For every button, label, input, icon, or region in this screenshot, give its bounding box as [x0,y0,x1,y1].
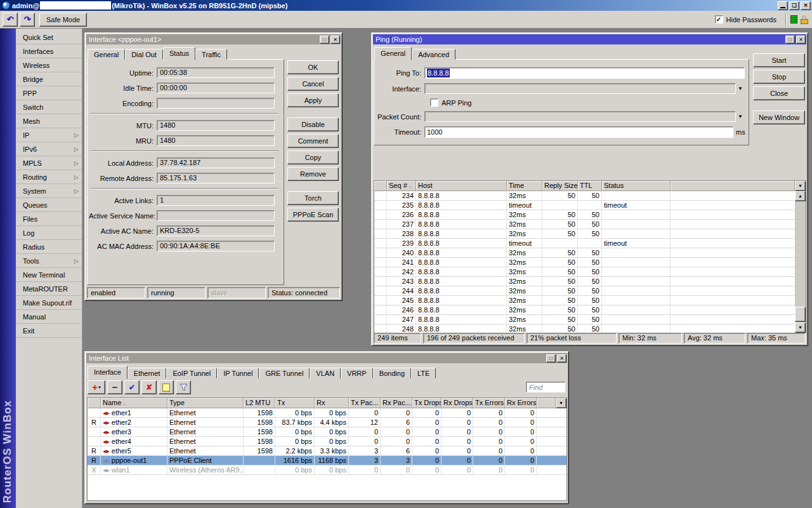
ping-row-239[interactable]: 2398.8.8.8timeouttimeout [374,239,795,248]
column-header-tx[interactable]: Tx [275,398,315,408]
sidebar-item-metarouter[interactable]: MetaROUTER [16,282,82,296]
ping-row-235[interactable]: 2358.8.8.8timeouttimeout [374,201,795,210]
interface-row-ether4[interactable]: ◀▶ether4Ethernet15980 bps0 bps000000 [88,437,566,446]
tab-eoip-tunnel[interactable]: EoIP Tunnel [166,368,217,378]
undo-button[interactable]: ↶ [3,13,18,27]
app-titlebar[interactable]: admin@ (MikroTik) - WinBox v5.25 on RB95… [0,0,812,11]
tab-advanced[interactable]: Advanced [412,49,455,60]
column-header-time[interactable]: Time [507,181,542,191]
interface-row-ether1[interactable]: ◀▶ether1Ethernet15980 bps0 bps000000 [88,408,566,418]
ping-row-238[interactable]: 2388.8.8.832ms5050 [374,229,795,239]
button-ok[interactable]: OK [287,60,339,74]
interface-row-ether2[interactable]: R◀▶ether2Ethernet159883.7 kbps4.4 kbps12… [88,418,566,427]
button-new-window[interactable]: New Window [753,110,805,124]
tab-general[interactable]: General [88,49,125,60]
tab-ethernet[interactable]: Ethernet [128,368,167,378]
close-button[interactable]: ✕ [557,354,566,363]
ping-row-240[interactable]: 2408.8.8.832ms5050 [374,248,795,258]
scroll-down-button[interactable]: ▼ [795,323,806,333]
sidebar-item-bridge[interactable]: Bridge [16,72,82,86]
column-header-seq[interactable]: Seq #▵ [387,181,416,191]
tab-interface[interactable]: Interface [88,366,128,379]
ping-row-234[interactable]: 2348.8.8.832ms5050 [374,191,795,201]
sidebar-item-wireless[interactable]: Wireless [16,58,82,72]
button-pppoe-scan[interactable]: PPPoE Scan [287,208,339,222]
close-button[interactable]: ✕ [331,36,340,44]
ping-row-247[interactable]: 2478.8.8.832ms5050 [374,315,795,324]
button-comment[interactable]: Comment [287,134,339,148]
button-close[interactable]: Close [753,86,805,100]
comment-button[interactable] [159,380,174,394]
sidebar-item-new-terminal[interactable]: New Terminal [16,268,82,282]
button-disable[interactable]: Disable [287,117,339,131]
ping-row-245[interactable]: 2458.8.8.832ms5050 [374,296,795,305]
tab-general[interactable]: General [374,47,412,60]
tab-dial-out[interactable]: Dial Out [125,49,163,60]
sidebar-item-files[interactable]: Files [16,212,82,226]
column-header-rx-pac[interactable]: Rx Pac... [381,398,412,408]
interface-row-pppoe-out1[interactable]: R◁▷pppoe-out1PPPoE Client1616 bps1168 bp… [88,456,566,465]
column-select-button[interactable]: ▼ [795,181,806,191]
close-button[interactable]: ✕ [796,36,806,44]
maximize-button[interactable]: □ [785,36,795,44]
sidebar-item-interfaces[interactable]: Interfaces [16,44,82,58]
chevron-down-icon[interactable]: ▼ [736,114,745,119]
sidebar-item-mesh[interactable]: Mesh [16,114,82,128]
enable-button[interactable]: ✔ [124,380,140,394]
sidebar-item-radius[interactable]: Radius [16,240,82,254]
tab-ip-tunnel[interactable]: IP Tunnel [217,368,259,378]
disable-button[interactable]: ✘ [141,380,157,394]
tab-vrrp[interactable]: VRRP [341,368,373,378]
column-header-tx-drops[interactable]: Tx Drops [412,398,442,408]
packet-count-select[interactable] [424,111,736,122]
ping-row-242[interactable]: 2428.8.8.832ms5050 [374,267,795,277]
sidebar-item-quick-set[interactable]: Quick Set [16,30,82,44]
maximize-button[interactable]: □ [320,36,329,44]
button-remove[interactable]: Remove [287,167,339,181]
sidebar-item-queues[interactable]: Queues [16,198,82,212]
ping-row-236[interactable]: 2368.8.8.832ms5050 [374,210,795,220]
chevron-down-icon[interactable]: ▼ [736,86,745,91]
filter-button[interactable] [176,380,191,394]
column-header-type[interactable]: Type [167,398,244,408]
interface-row-ether3[interactable]: ◀▶ether3Ethernet15980 bps0 bps000000 [88,427,566,437]
sidebar-item-system[interactable]: System▷ [16,184,82,198]
sidebar-item-switch[interactable]: Switch [16,100,82,114]
sidebar-item-make-supout-rif[interactable]: Make Supout.rif [16,296,82,310]
restore-button[interactable]: ❑ [789,1,799,10]
sidebar-item-ppp[interactable]: PPP [16,86,82,100]
ping-row-244[interactable]: 2448.8.8.832ms5050 [374,286,795,296]
maximize-button[interactable]: □ [546,354,556,363]
column-header-name[interactable]: Name▵ [101,398,167,408]
ping-to-input[interactable]: 8.8.8.8 [424,67,745,79]
add-button[interactable]: +▾ [88,380,105,394]
column-header-ttl[interactable]: TTL [578,181,602,191]
sidebar-item-ip[interactable]: IP▷ [16,128,82,142]
sidebar-item-exit[interactable]: Exit [16,324,82,338]
column-header-status[interactable]: Status [602,181,671,191]
tab-lte[interactable]: LTE [411,368,436,378]
column-select-button[interactable]: ▼ [556,398,566,408]
vertical-scrollbar[interactable]: ▲ ▼ [795,191,806,333]
scrollbar-thumb[interactable] [795,307,806,322]
safe-mode-button[interactable]: Safe Mode [39,13,87,27]
column-header-rx[interactable]: Rx [315,398,349,408]
button-apply[interactable]: Apply [287,93,339,107]
tab-bonding[interactable]: Bonding [373,368,411,378]
sidebar-item-routing[interactable]: Routing▷ [16,170,82,184]
sidebar-item-tools[interactable]: Tools▷ [16,254,82,268]
interface-window-titlebar[interactable]: Interface <pppoe-out1> □ ✕ [86,34,341,44]
sidebar-item-manual[interactable]: Manual [16,310,82,324]
column-header-tx-errors[interactable]: Tx Errors [473,398,505,408]
sidebar-item-mpls[interactable]: MPLS▷ [16,156,82,170]
interface-list-titlebar[interactable]: Interface List □ ✕ [86,353,567,363]
scroll-up-button[interactable]: ▲ [795,191,806,201]
close-button[interactable]: ✕ [801,1,811,10]
remove-button[interactable]: − [107,380,122,394]
interface-select[interactable] [424,83,736,94]
ping-row-237[interactable]: 2378.8.8.832ms5050 [374,220,795,229]
button-start[interactable]: Start [753,53,805,67]
hide-passwords-checkbox[interactable]: ✓ [715,15,723,23]
redo-button[interactable]: ↷ [20,13,35,27]
column-header-tx-pac[interactable]: Tx Pac... [349,398,381,408]
